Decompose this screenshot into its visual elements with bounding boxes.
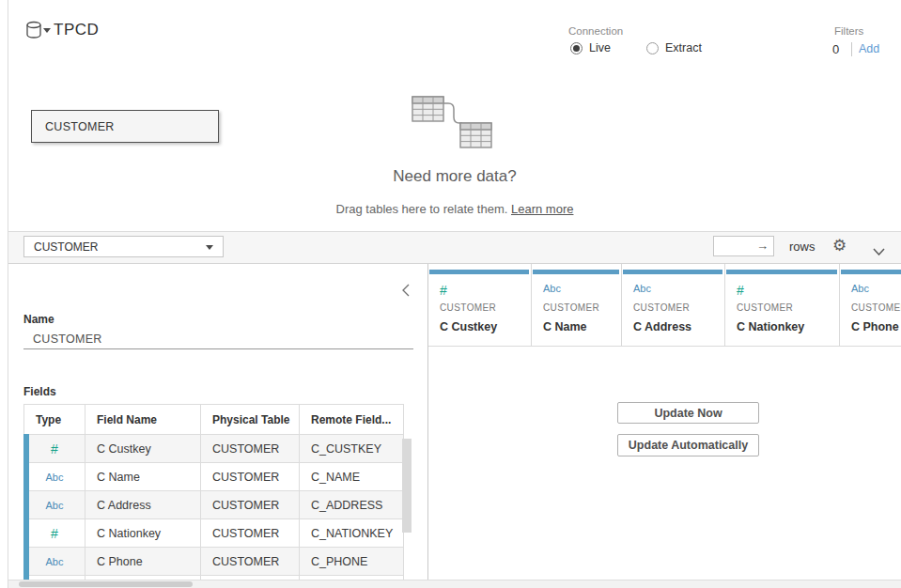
- filters-count: 0: [832, 42, 839, 56]
- filters-label: Filters: [834, 25, 863, 37]
- fields-vertical-scrollbar[interactable]: [402, 439, 412, 533]
- collapse-panel-icon[interactable]: [401, 284, 411, 301]
- col-header-type[interactable]: Type: [24, 405, 85, 435]
- datasource-page: TPCD Connection Live Extract Filters 0 A…: [0, 0, 901, 588]
- physical-table-cell: CUSTOMER: [201, 463, 300, 491]
- name-input-underline: [23, 348, 413, 349]
- column-table-name: CUSTOMER: [851, 302, 901, 313]
- filters-divider: [851, 42, 852, 56]
- empty-state-title: Need more data?: [8, 167, 901, 186]
- col-header-remote-field[interactable]: Remote Field...: [300, 405, 404, 435]
- apply-row-limit-arrow-icon[interactable]: →: [756, 239, 769, 253]
- field-name-cell[interactable]: C Nationkey: [85, 519, 201, 548]
- row-limit-field[interactable]: →: [713, 236, 774, 256]
- update-now-button[interactable]: Update Now: [617, 402, 759, 424]
- relate-tables-illustration-icon: [407, 90, 501, 156]
- canvas-table-customer[interactable]: CUSTOMER: [31, 110, 219, 143]
- column-accent-strip: [533, 270, 619, 274]
- column-accent-strip: [429, 270, 529, 274]
- column-field-name: C Custkey: [440, 320, 497, 333]
- table-row[interactable]: # C Custkey CUSTOMER C_CUSTKEY: [24, 435, 404, 463]
- column-accent-strip: [623, 270, 722, 274]
- table-selector-value: CUSTOMER: [34, 240, 98, 254]
- name-input[interactable]: CUSTOMER: [33, 333, 102, 346]
- grid-column-c-address[interactable]: Abc CUSTOMER C Address: [622, 264, 725, 347]
- column-table-name: CUSTOMER: [633, 302, 690, 313]
- field-type-icon[interactable]: Abc: [46, 556, 64, 567]
- column-accent-strip: [841, 270, 901, 274]
- row-limit-input[interactable]: [716, 237, 757, 255]
- column-table-name: CUSTOMER: [737, 302, 793, 313]
- name-label: Name: [23, 313, 54, 326]
- empty-state-subtitle: Drag tables here to relate them. Learn m…: [8, 202, 901, 216]
- database-dropdown-caret-icon[interactable]: [43, 28, 51, 33]
- grid-column-c-custkey[interactable]: # CUSTOMER C Custkey: [428, 264, 532, 347]
- col-header-physical-table[interactable]: Physical Table: [201, 405, 300, 435]
- horizontal-scrollbar-thumb[interactable]: [19, 581, 193, 587]
- field-name-cell[interactable]: C Phone: [85, 548, 201, 576]
- collapse-grid-chevron-icon[interactable]: [873, 242, 885, 259]
- remote-field-cell: C_NATIONKEY: [300, 519, 404, 548]
- table-selector-dropdown[interactable]: CUSTOMER: [23, 236, 224, 257]
- physical-table-cell: CUSTOMER: [201, 519, 300, 548]
- datasource-title[interactable]: TPCD: [54, 21, 99, 39]
- physical-table-cell: CUSTOMER: [201, 491, 300, 519]
- preview-grid-header: # CUSTOMER C Custkey Abc CUSTOMER C Name…: [428, 264, 901, 347]
- physical-table-cell: CUSTOMER: [201, 548, 300, 576]
- column-table-name: CUSTOMER: [440, 302, 496, 313]
- column-field-name: C Name: [543, 320, 587, 333]
- fields-table: Type Field Name Physical Table Remote Fi…: [23, 404, 413, 588]
- grid-column-c-phone[interactable]: Abc CUSTOMER C Phone: [840, 264, 901, 347]
- field-type-icon: #: [440, 283, 447, 298]
- table-row[interactable]: # C Nationkey CUSTOMER C_NATIONKEY: [24, 519, 404, 548]
- remote-field-cell: C_NAME: [300, 463, 404, 491]
- field-type-icon[interactable]: Abc: [46, 500, 64, 511]
- column-field-name: C Phone: [851, 320, 899, 333]
- col-header-field-name[interactable]: Field Name: [85, 405, 201, 435]
- radio-extract-icon[interactable]: [646, 42, 659, 54]
- field-name-cell[interactable]: C Name: [85, 463, 201, 491]
- rows-label: rows: [789, 240, 815, 254]
- field-type-icon[interactable]: #: [51, 526, 58, 541]
- learn-more-link[interactable]: Learn more: [511, 202, 573, 216]
- column-field-name: C Nationkey: [737, 320, 804, 333]
- radio-live[interactable]: Live: [570, 41, 611, 54]
- column-accent-strip: [726, 270, 837, 274]
- radio-extract-label: Extract: [665, 41, 702, 54]
- field-type-icon: Abc: [543, 283, 561, 294]
- field-name-cell[interactable]: C Address: [85, 491, 201, 519]
- remote-field-cell: C_ADDRESS: [300, 491, 404, 519]
- column-table-name: CUSTOMER: [543, 302, 599, 313]
- physical-table-cell: CUSTOMER: [201, 435, 300, 463]
- table-row[interactable]: Abc C Phone CUSTOMER C_PHONE: [24, 548, 404, 576]
- field-type-icon: Abc: [633, 283, 651, 294]
- radio-extract[interactable]: Extract: [646, 41, 702, 54]
- table-row[interactable]: Abc C Address CUSTOMER C_ADDRESS: [24, 491, 404, 519]
- grid-column-c-name[interactable]: Abc CUSTOMER C Name: [532, 264, 622, 347]
- column-field-name: C Address: [633, 320, 691, 333]
- fields-rows-accent-strip: [23, 434, 29, 582]
- database-icon[interactable]: [25, 21, 42, 43]
- grid-column-c-nationkey[interactable]: # CUSTOMER C Nationkey: [725, 264, 840, 347]
- gear-icon[interactable]: ⚙: [832, 236, 847, 255]
- update-automatically-button[interactable]: Update Automatically: [617, 434, 759, 456]
- drag-hint-text: Drag tables here to relate them.: [336, 202, 511, 216]
- radio-live-icon[interactable]: [570, 42, 583, 54]
- fields-label: Fields: [23, 385, 56, 398]
- field-type-icon: Abc: [851, 283, 869, 294]
- connection-label: Connection: [568, 25, 623, 37]
- field-type-icon[interactable]: Abc: [46, 472, 64, 483]
- fields-header-row: Type Field Name Physical Table Remote Fi…: [24, 405, 404, 435]
- table-row[interactable]: Abc C Name CUSTOMER C_NAME: [24, 463, 404, 491]
- radio-live-label: Live: [589, 41, 611, 54]
- field-type-icon[interactable]: #: [51, 441, 58, 456]
- remote-field-cell: C_PHONE: [300, 548, 404, 576]
- remote-field-cell: C_CUSTKEY: [300, 435, 404, 463]
- chevron-down-icon: [206, 245, 213, 250]
- add-filter-link[interactable]: Add: [859, 42, 879, 55]
- field-name-cell[interactable]: C Custkey: [85, 435, 201, 463]
- left-pane-edge: [8, 0, 8, 588]
- field-type-icon: #: [737, 283, 744, 298]
